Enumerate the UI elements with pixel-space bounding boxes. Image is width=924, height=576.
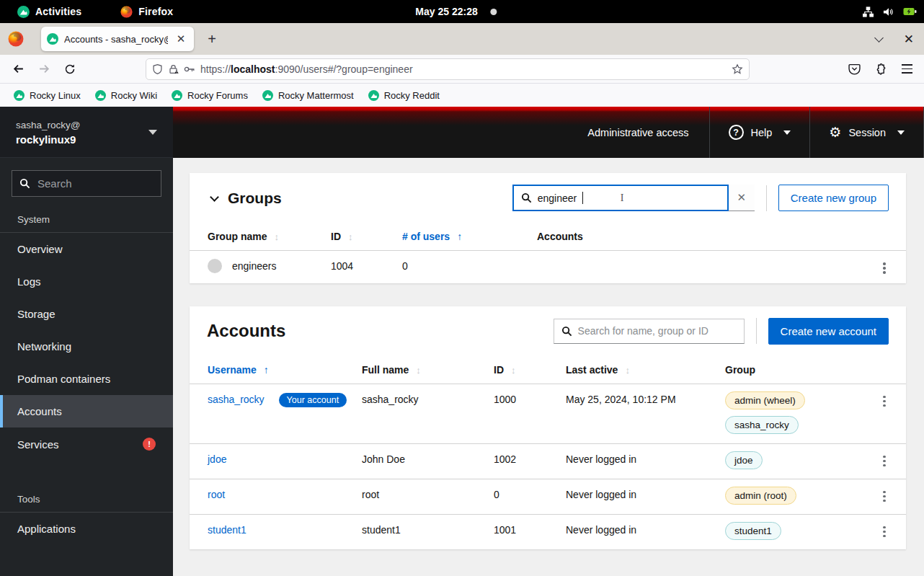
group-chip[interactable]: student1 — [725, 522, 781, 540]
sort-icon: ↕ — [348, 231, 353, 242]
sidebar-item-networking[interactable]: Networking — [0, 330, 173, 363]
accounts-table: Username↑ Full name↕ ID↕ Last active↕ Gr… — [190, 356, 906, 549]
username-link[interactable]: sasha_rocky — [208, 394, 265, 405]
full-name: student1 — [362, 514, 494, 549]
username-link[interactable]: jdoe — [208, 453, 226, 465]
clear-search-button[interactable]: ✕ — [729, 185, 755, 211]
group-users-count: 0 — [402, 251, 537, 283]
your-account-badge: Your account — [279, 393, 347, 407]
groups-collapse-chevron-icon[interactable] — [210, 192, 219, 202]
col-id[interactable]: ID↕ — [494, 356, 566, 384]
kebab-menu-icon[interactable] — [879, 526, 889, 538]
group-chip[interactable]: admin (wheel) — [725, 391, 805, 409]
last-active: Never logged in — [566, 514, 725, 549]
forward-button[interactable] — [33, 58, 55, 80]
distro-logo-icon — [17, 6, 30, 18]
kebab-menu-icon[interactable] — [879, 491, 889, 502]
divider — [766, 185, 767, 211]
session-menu[interactable]: ⚙ Session — [809, 107, 924, 158]
sidebar-item-logs[interactable]: Logs — [0, 265, 173, 298]
group-avatar — [208, 259, 222, 273]
extensions-puzzle-icon[interactable] — [875, 63, 887, 75]
window-close-icon[interactable]: ✕ — [904, 32, 914, 47]
bookmark-rocky-linux[interactable]: Rocky Linux — [9, 87, 86, 104]
pocket-icon[interactable] — [848, 63, 861, 75]
account-row-root: root root 0 Never logged in admin (root) — [190, 479, 906, 514]
create-new-group-button[interactable]: Create new group — [778, 185, 889, 211]
col-last-active[interactable]: Last active↕ — [566, 356, 725, 384]
list-all-tabs-chevron-icon[interactable] — [874, 33, 884, 43]
bookmark-star-icon[interactable] — [732, 63, 743, 75]
browser-nav-bar: https://localhost:9090/users#/?group=eng… — [0, 55, 924, 84]
system-status-area[interactable] — [863, 6, 917, 17]
col-username[interactable]: Username↑ — [190, 356, 362, 384]
tab-close-icon[interactable]: ✕ — [174, 32, 188, 46]
ibeam-cursor: I — [621, 192, 624, 204]
sidebar-item-overview[interactable]: Overview — [0, 233, 173, 265]
group-id: 1004 — [331, 251, 402, 283]
url-text: https://localhost:9090/users#/?group=eng… — [200, 63, 727, 75]
connection-lock-warning-icon[interactable] — [168, 63, 179, 75]
search-icon — [521, 192, 532, 203]
user-id: 1002 — [494, 443, 566, 479]
administrative-access-button[interactable]: Administrative access — [569, 107, 708, 158]
new-tab-button[interactable]: + — [201, 28, 223, 50]
activities-button[interactable]: Activities — [10, 0, 89, 23]
user-id: 0 — [494, 479, 566, 514]
col-group[interactable]: Group — [725, 356, 863, 384]
username-link[interactable]: root — [208, 489, 225, 500]
app-menu-hamburger-icon[interactable] — [902, 64, 912, 73]
bookmark-rocky-mattermost[interactable]: Rocky Mattermost — [257, 87, 359, 104]
bookmark-label: Rocky Forums — [187, 90, 248, 101]
accounts-search[interactable] — [554, 319, 745, 344]
help-question-icon: ? — [729, 125, 744, 140]
sidebar-search[interactable] — [12, 170, 161, 197]
group-chip[interactable]: admin (root) — [725, 487, 796, 505]
user-id: 1000 — [494, 384, 566, 443]
passkey-icon[interactable] — [184, 64, 195, 74]
full-name: sasha_rocky — [362, 384, 494, 443]
url-bar[interactable]: https://localhost:9090/users#/?group=eng… — [146, 58, 750, 80]
sort-icon: ↕ — [274, 231, 279, 242]
account-row-student1: student1 student1 1001 Never logged in s… — [190, 514, 906, 549]
col-group-id[interactable]: ID↕ — [331, 223, 402, 251]
tracking-shield-icon[interactable] — [152, 63, 163, 75]
accounts-card: Accounts Create new account Username↑ — [190, 306, 906, 549]
username-link[interactable]: student1 — [208, 524, 246, 536]
col-group-name[interactable]: Group name↕ — [190, 223, 331, 251]
col-num-users[interactable]: # of users↑ — [402, 223, 537, 251]
create-new-account-button[interactable]: Create new account — [768, 318, 889, 345]
groups-search-input[interactable]: engineer I — [512, 185, 729, 211]
reload-button[interactable] — [59, 58, 81, 80]
kebab-menu-icon[interactable] — [879, 262, 889, 274]
sidebar-item-storage[interactable]: Storage — [0, 298, 173, 330]
bookmark-rocky-reddit[interactable]: Rocky Reddit — [363, 87, 445, 104]
tab-favicon-rocky-icon — [47, 33, 58, 45]
bookmark-rocky-forums[interactable]: Rocky Forums — [166, 87, 253, 104]
rocky-favicon-icon — [368, 90, 379, 101]
rocky-favicon-icon — [172, 90, 182, 101]
sidebar-search-input[interactable] — [37, 177, 138, 190]
focused-app-menu[interactable]: Firefox — [113, 0, 180, 23]
host-switcher[interactable]: sasha_rocky@ rockylinux9 — [0, 107, 173, 158]
accounts-title: Accounts — [207, 321, 285, 341]
sidebar-item-applications[interactable]: Applications — [0, 513, 173, 545]
bookmark-rocky-wiki[interactable]: Rocky Wiki — [90, 87, 162, 104]
last-active: Never logged in — [566, 443, 725, 479]
group-chip[interactable]: jdoe — [725, 451, 763, 469]
browser-tab[interactable]: Accounts - sasha_rocky@ ✕ — [41, 27, 194, 51]
kebab-menu-icon[interactable] — [879, 456, 889, 467]
back-button[interactable] — [7, 58, 29, 80]
sidebar-item-podman-containers[interactable]: Podman containers — [0, 363, 173, 395]
brand-username: sasha_rocky@ — [16, 118, 81, 133]
sidebar-item-accounts[interactable]: Accounts — [0, 395, 173, 427]
clock-menu[interactable]: May 25 22:28 — [415, 6, 497, 17]
accounts-search-input[interactable] — [578, 325, 729, 337]
sidebar-item-services[interactable]: Services ! — [0, 427, 173, 461]
help-menu[interactable]: ? Help — [709, 107, 810, 158]
col-full-name[interactable]: Full name↕ — [362, 356, 494, 384]
group-chip[interactable]: sasha_rocky — [725, 416, 799, 434]
kebab-menu-icon[interactable] — [879, 396, 889, 407]
activities-label: Activities — [35, 6, 81, 17]
col-group-accounts[interactable]: Accounts — [537, 223, 863, 251]
